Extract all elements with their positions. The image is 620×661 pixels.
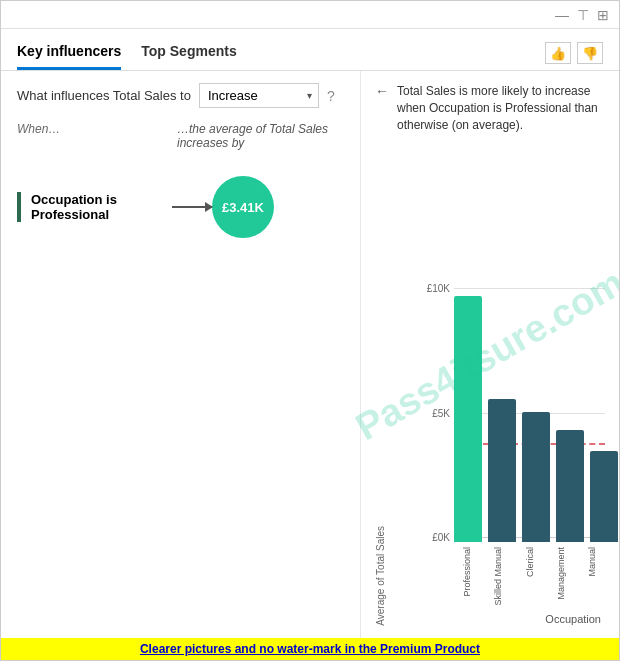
y-axis-label: Average of Total Sales [375, 526, 386, 626]
avg-line2: increases by [177, 136, 344, 150]
tab-top-segments[interactable]: Top Segments [141, 43, 236, 70]
y-tick-0k: £0K [420, 532, 450, 543]
x-label-management: Management [548, 547, 573, 609]
x-axis-title-text: Occupation [545, 613, 601, 625]
thumbsup-button[interactable]: 👍 [545, 42, 571, 64]
right-panel: Pass4itsure.com ← Total Sales is more li… [361, 71, 619, 638]
when-column-header: When… [17, 122, 177, 150]
filter-icon[interactable]: ⊤ [577, 7, 589, 23]
content-area: What influences Total Sales to Increase … [1, 71, 619, 638]
chart-wrapper: Average of Total Sales £10K [375, 145, 605, 626]
back-arrow-icon[interactable]: ← [375, 83, 389, 99]
tab-key-influencers[interactable]: Key influencers [17, 43, 121, 70]
detail-header: ← Total Sales is more likely to increase… [375, 83, 605, 133]
x-axis-labels: Professional Skilled Manual Clerical Man… [390, 547, 605, 609]
bar-manual [590, 451, 618, 542]
x-label-text-professional: Professional [462, 547, 472, 597]
tab-bar: Key influencers Top Segments 👍 👎 [1, 29, 619, 71]
arrow-line-inner [172, 206, 212, 208]
avg-column-header: …the average of Total Sales increases by [177, 122, 344, 150]
column-headers: When… …the average of Total Sales increa… [17, 122, 344, 150]
x-label-clerical: Clerical [517, 547, 542, 609]
help-icon[interactable]: ? [327, 88, 335, 104]
bar-group-skilled-manual [488, 399, 516, 542]
bar-skilled-manual [488, 399, 516, 542]
detail-description: Total Sales is more likely to increase w… [397, 83, 605, 133]
title-bar: — ⊤ ⊞ [1, 1, 619, 29]
influencer-row: Occupation is Professional £3.41K [17, 176, 344, 238]
x-label-professional: Professional [454, 547, 479, 609]
x-label-skilled-manual: Skilled Manual [485, 547, 510, 609]
bar-management [556, 430, 584, 542]
thumbsdown-button[interactable]: 👎 [577, 42, 603, 64]
premium-link[interactable]: Clearer pictures and no water-mark in th… [140, 642, 480, 656]
bar-group-professional [454, 296, 482, 542]
filter-prefix-label: What influences Total Sales to [17, 88, 191, 103]
chart-area: Average of Total Sales £10K [375, 145, 605, 626]
dropdown-arrow-icon: ▾ [307, 90, 312, 101]
bar-professional [454, 296, 482, 542]
x-label-text-manual: Manual [587, 547, 597, 577]
filter-row: What influences Total Sales to Increase … [17, 83, 344, 108]
arrow-connector [172, 206, 212, 208]
influence-dropdown[interactable]: Increase ▾ [199, 83, 319, 108]
y-tick-10k: £10K [420, 283, 450, 294]
y-tick-5k: £5K [420, 408, 450, 419]
main-window: — ⊤ ⊞ Key influencers Top Segments 👍 👎 W… [0, 0, 620, 661]
bar-clerical [522, 412, 550, 542]
left-panel: What influences Total Sales to Increase … [1, 71, 361, 638]
value-bubble: £3.41K [212, 176, 274, 238]
influencer-label[interactable]: Occupation is Professional [17, 192, 172, 222]
bar-group-manual [590, 451, 618, 542]
x-label-manual: Manual [580, 547, 605, 609]
x-label-text-skilled-manual: Skilled Manual [493, 547, 503, 606]
x-label-text-clerical: Clerical [525, 547, 535, 577]
chart-inner: £10K £5K £0K [390, 283, 605, 626]
dropdown-value: Increase [208, 88, 258, 103]
avg-line1: …the average of Total Sales [177, 122, 344, 136]
bar-group-clerical [522, 412, 550, 542]
bar-group-management [556, 430, 584, 542]
expand-icon[interactable]: ⊞ [597, 7, 609, 23]
tab-actions: 👍 👎 [545, 42, 603, 70]
minimize-icon[interactable]: — [555, 7, 569, 23]
bottom-bar: Clearer pictures and no water-mark in th… [1, 638, 619, 660]
tabs-container: Key influencers Top Segments [17, 43, 237, 70]
x-axis-title: Occupation [390, 611, 605, 626]
bars-section: £10K £5K £0K [390, 283, 605, 543]
bars-container [454, 284, 605, 542]
x-label-text-management: Management [556, 547, 566, 600]
